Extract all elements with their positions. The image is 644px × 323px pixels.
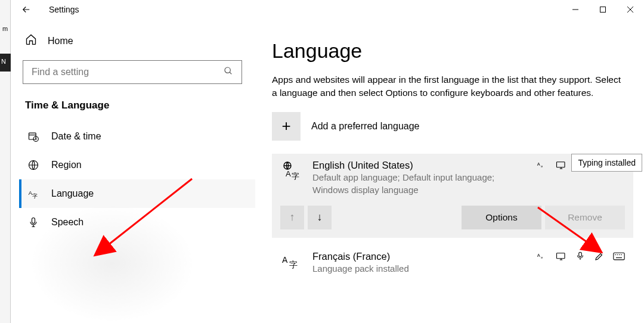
svg-text:字: 字 [292,172,299,181]
sidebar-item-label: Speech [51,217,83,228]
svg-text:ᵃ: ᵃ [541,256,543,261]
svg-text:ᵃ: ᵃ [541,164,543,170]
language-letter-icon: A字 [280,251,302,276]
svg-line-5 [230,72,231,74]
remove-button: Remove [545,206,625,229]
maximize-button[interactable] [589,0,617,19]
arrow-up-icon: ↑ [290,211,295,223]
page-description: Apps and websites will appear in the fir… [272,73,624,100]
window-title: Settings [49,5,79,14]
text-to-speech-icon: Aᵃ [537,160,547,173]
close-button[interactable] [617,0,644,19]
search-box[interactable] [23,60,242,84]
add-label: Add a preferred language [311,121,419,132]
calendar-clock-icon [27,131,39,142]
sidebar-item-region[interactable]: Region [19,151,255,179]
svg-text:A: A [286,169,291,178]
svg-rect-30 [557,253,565,259]
minimize-button[interactable] [562,0,589,19]
home-icon [25,33,37,48]
svg-rect-6 [29,133,36,139]
add-button[interactable]: + [272,112,301,141]
sidebar-item-speech[interactable]: Speech [19,208,255,237]
search-input[interactable] [32,67,224,77]
svg-point-4 [225,67,230,73]
display-icon [556,160,566,173]
language-name: English (United States) [312,160,526,171]
sidebar-item-label: Region [51,160,82,170]
move-up-button[interactable]: ↑ [280,206,304,229]
globe-language-icon: A字 [280,160,302,185]
svg-rect-12 [32,218,35,223]
sidebar: Home Time & Language Date & time Region … [11,19,255,323]
display-icon [556,251,566,265]
svg-rect-18 [557,162,565,167]
language-card-french[interactable]: A字 Français (France) Language pack insta… [272,245,633,276]
settings-window: Settings Home Time & Language Date & tim… [11,0,644,323]
options-button[interactable]: Options [462,206,541,229]
language-name: Français (France) [312,251,526,262]
search-icon [224,66,233,78]
page-title: Language [272,39,633,63]
arrow-down-icon: ↓ [317,211,323,223]
handwriting-icon [594,251,605,265]
language-feature-badges: Aᵃ [537,251,625,265]
keyboard-icon [613,251,625,263]
sidebar-item-label: Date & time [51,131,101,142]
svg-text:字: 字 [289,260,298,269]
language-subtitle: Language pack installed [312,262,526,275]
language-icon: A字 [27,188,39,200]
home-label: Home [48,36,73,46]
speech-icon [575,251,586,265]
sidebar-item-language[interactable]: A字 Language [19,179,255,208]
section-header: Time & Language [19,95,255,122]
text-to-speech-icon: Aᵃ [537,251,547,265]
svg-text:A: A [537,253,540,258]
svg-rect-31 [579,252,582,257]
plus-icon: + [281,117,290,135]
sidebar-item-date-time[interactable]: Date & time [19,122,255,151]
sidebar-item-label: Language [51,188,94,199]
home-nav[interactable]: Home [19,25,255,57]
tooltip: Typing installed [571,154,642,172]
back-button[interactable] [11,0,42,19]
browser-sliver: m N [0,0,11,323]
svg-rect-32 [614,253,624,260]
titlebar: Settings [11,0,644,19]
globe-icon [27,159,39,171]
window-controls [562,0,644,19]
svg-text:字: 字 [32,193,38,199]
svg-rect-1 [600,7,606,13]
partial-tab: N [0,54,11,72]
add-language-row[interactable]: + Add a preferred language [272,112,633,141]
svg-text:A: A [537,162,540,167]
mic-icon [27,216,39,228]
svg-text:A: A [282,255,288,265]
language-subtitle: Default app language; Default input lang… [312,171,526,196]
move-down-button[interactable]: ↓ [308,206,332,229]
partial-text: m [2,25,8,32]
